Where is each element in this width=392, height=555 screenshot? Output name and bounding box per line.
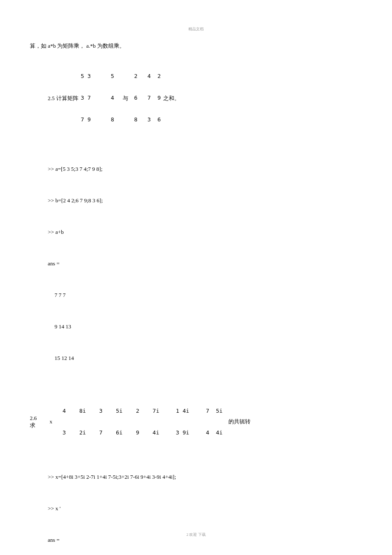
- p26-num: 2.6: [30, 415, 37, 422]
- intro-line: 算，如 a*b 为矩阵乘， a.*b 为数组乘。: [30, 41, 362, 51]
- page-header: 精品文档: [30, 26, 362, 32]
- p26-matrix: 4 8i 3 5i 2 7i 1 4i 7 5i 3 2i 7 6i 9 4i …: [63, 393, 223, 451]
- p26-code: >> x=[4+8i 3+5i 2-7i 1+4i 7-5i;3+2i 7-6i…: [30, 451, 362, 555]
- p26-post: 的共轭转: [228, 418, 251, 426]
- page-footer: 2 欢迎 下载: [0, 531, 392, 538]
- problem-2-5: 2.5 计算矩阵 5 3 5 3 7 4 7 9 8 与 2 4 2 6 7 9: [30, 59, 362, 385]
- p26-qiu: 求: [30, 422, 35, 429]
- p26-x: x: [49, 418, 52, 426]
- p25-post: 之和。: [163, 93, 180, 103]
- p25-mid: 与: [123, 93, 128, 103]
- p25-matrix2: 2 4 2 6 7 9 8 3 6: [134, 59, 161, 138]
- p25-code: >> a=[5 3 5;3 7 4;7 9 8]; >> b=[2 4 2;6 …: [30, 143, 362, 385]
- p25-matrix1: 5 3 5 3 7 4 7 9 8: [81, 59, 114, 138]
- p25-prefix: 2.5 计算矩阵: [48, 93, 78, 103]
